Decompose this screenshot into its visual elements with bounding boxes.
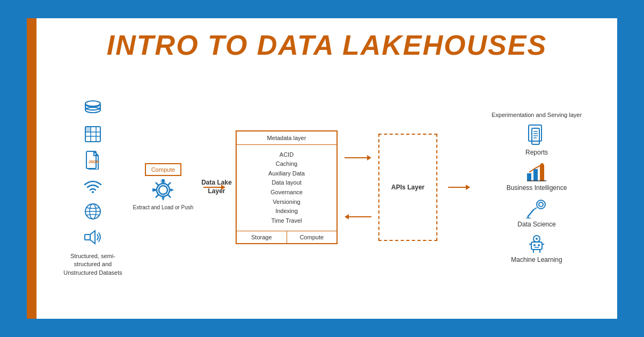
reports-icon — [526, 124, 547, 146]
bottom-row: Storage Compute — [237, 231, 336, 243]
svg-rect-25 — [540, 165, 544, 181]
svg-point-29 — [539, 202, 543, 207]
svg-point-41 — [538, 244, 540, 246]
source-icons: JSON — [82, 98, 104, 248]
datascience-label: Data Science — [517, 221, 555, 228]
svg-line-30 — [528, 210, 533, 216]
main-card: INTRO TO DATA LAKEHOUSES — [27, 18, 617, 319]
svg-point-15 — [159, 186, 167, 194]
wifi-icon — [82, 175, 104, 196]
svg-line-33 — [533, 208, 537, 210]
svg-rect-18 — [532, 128, 539, 144]
bi-icon — [526, 163, 547, 182]
diagram: JSON — [53, 67, 601, 308]
svg-point-10 — [92, 191, 94, 193]
apis-box: APIs Layer — [378, 134, 437, 241]
arrow-to-apis-top — [345, 155, 371, 160]
reports-label: Reports — [525, 149, 548, 156]
speaker-icon — [82, 226, 104, 248]
data-lake-box: Data Lake Layer Metadata layer ACID Cach… — [236, 130, 338, 244]
svg-rect-35 — [531, 242, 542, 250]
sources-label: Structured, semi-structured and Unstruct… — [58, 252, 128, 277]
datascience-icon — [526, 198, 547, 218]
svg-point-40 — [533, 244, 536, 246]
output-datascience: Data Science — [478, 198, 596, 228]
storage-cell: Storage — [237, 231, 287, 243]
gear-icon — [151, 178, 175, 202]
svg-point-26 — [540, 163, 544, 166]
svg-rect-24 — [533, 169, 538, 181]
svg-rect-7 — [85, 127, 91, 132]
outputs-column: Experimentation and Serving layer — [478, 111, 596, 263]
data-lake-label: Data Lake Layer — [199, 179, 234, 195]
data-lake-container: Data Lake Layer Metadata layer ACID Cach… — [233, 130, 340, 244]
apis-label: APIs Layer — [391, 183, 425, 192]
ml-icon — [526, 235, 547, 254]
extract-label: Extract and Load or Push — [133, 204, 194, 211]
spreadsheet-icon — [82, 123, 104, 145]
content: INTRO TO DATA LAKEHOUSES — [53, 29, 601, 308]
features-text: ACID Caching Auxiliary Data Data layout … — [268, 150, 305, 226]
compute-box: Compute — [145, 163, 182, 176]
globe-icon — [82, 201, 104, 222]
features-content: ACID Caching Auxiliary Data Data layout … — [237, 145, 336, 231]
bidirectional-arrows — [345, 128, 371, 246]
bi-label: Business Intelligence — [507, 184, 567, 192]
arrow-from-apis — [445, 187, 472, 188]
output-ml: Machine Learning — [478, 235, 596, 263]
arrow-from-apis-bottom — [345, 214, 371, 219]
sources-column: JSON — [58, 98, 128, 277]
database-icon — [82, 98, 104, 119]
svg-point-28 — [537, 200, 545, 209]
orange-bar — [27, 18, 36, 319]
svg-point-0 — [85, 101, 100, 106]
page-title: INTRO TO DATA LAKEHOUSES — [53, 29, 601, 61]
metadata-row: Metadata layer — [237, 131, 336, 145]
svg-text:JSON: JSON — [89, 160, 99, 164]
apis-container: APIs Layer — [376, 134, 440, 241]
svg-point-43 — [536, 238, 538, 240]
svg-rect-14 — [85, 235, 90, 240]
output-bi: Business Intelligence — [478, 163, 596, 192]
json-icon: JSON — [82, 149, 104, 171]
experimentation-label: Experimentation and Serving layer — [478, 111, 596, 119]
output-reports: Reports — [478, 124, 596, 156]
ml-label: Machine Learning — [511, 256, 562, 263]
compute-cell: Compute — [287, 231, 337, 243]
svg-rect-23 — [527, 173, 531, 181]
compute-section: Compute Extract and Load or Push — [131, 163, 195, 211]
